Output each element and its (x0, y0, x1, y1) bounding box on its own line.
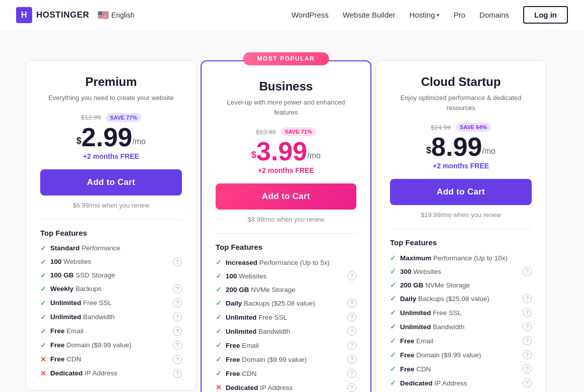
info-icon[interactable]: ? (523, 378, 532, 387)
features-divider-cloud-startup (390, 229, 532, 229)
list-item: ✓Free CDN ? (216, 369, 356, 378)
feature-list-business: ✓Increased Performance (Up to 5x) ✓100 W… (216, 258, 356, 392)
renew-price-premium: $6.99/mo when you renew (40, 202, 182, 209)
price-amount-business: 3.99 (256, 138, 307, 164)
info-icon[interactable]: ? (347, 355, 356, 364)
add-to-cart-cloud-startup[interactable]: Add to Cart (390, 179, 532, 205)
features-title-business: Top Features (216, 243, 356, 251)
list-item: ✓Unlimited Bandwidth ? (40, 313, 182, 322)
info-icon[interactable]: ? (523, 350, 532, 359)
info-icon[interactable]: ? (523, 308, 532, 317)
info-icon[interactable]: ? (347, 299, 356, 308)
features-title-cloud-startup: Top Features (390, 238, 532, 247)
list-item: ✓Free Email ? (390, 336, 532, 345)
info-icon[interactable]: ? (523, 336, 532, 345)
check-icon: ✓ (216, 313, 222, 321)
plans-container: Premium Everything you need to create yo… (16, 50, 568, 392)
nav-website-builder[interactable]: Website Builder (343, 11, 396, 19)
nav-domains[interactable]: Domains (479, 11, 509, 19)
original-price-premium: $12.99 (81, 114, 101, 121)
info-icon[interactable]: ? (173, 257, 182, 266)
nav-pro[interactable]: Pro (453, 11, 465, 19)
free-months-premium: +2 months FREE (40, 152, 182, 160)
plan-desc-premium: Everything you need to create your websi… (40, 93, 182, 103)
check-icon: ✓ (390, 337, 396, 345)
info-icon[interactable]: ? (523, 267, 532, 276)
info-icon[interactable]: ? (173, 341, 182, 350)
check-icon: ✓ (216, 285, 222, 293)
check-icon: ✓ (40, 271, 46, 279)
check-icon: ✓ (40, 341, 46, 349)
check-icon: ✓ (40, 285, 46, 293)
info-icon[interactable]: ? (523, 294, 532, 303)
list-item: ✓Unlimited Free SSL ? (40, 299, 182, 308)
check-icon: ✓ (390, 309, 396, 317)
info-icon[interactable]: ? (173, 284, 182, 293)
free-months-business: +2 months FREE (216, 166, 356, 174)
price-period-cloud-startup: /mo (482, 147, 496, 156)
navbar-left: H HOSTINGER 🇺🇸 English (16, 7, 134, 23)
list-item: ✓Free Domain ($9.99 value) ? (40, 341, 182, 350)
check-icon: ✓ (390, 267, 396, 275)
list-item: ✓Unlimited Free SSL ? (216, 313, 356, 322)
nav-hosting[interactable]: Hosting ▾ (410, 11, 440, 19)
list-item: ✓200 GB NVMe Storage (390, 281, 532, 289)
list-item: ✓Free Email ? (40, 327, 182, 336)
features-title-premium: Top Features (40, 229, 182, 237)
list-item: ✓Unlimited Free SSL ? (390, 308, 532, 317)
add-to-cart-premium[interactable]: Add to Cart (40, 169, 182, 195)
info-icon[interactable]: ? (173, 327, 182, 336)
renew-price-cloud-startup: $19.99/mo when you renew (390, 211, 532, 219)
logo[interactable]: H HOSTINGER (16, 7, 89, 23)
check-icon: ✓ (216, 272, 222, 280)
price-row-business: $13.99 SAVE 71% (216, 127, 356, 136)
check-icon: ✓ (390, 295, 396, 303)
list-item: ✓Maximum Performance (Up to 10x) (390, 254, 532, 262)
list-item: ✓200 GB NVMe Storage (216, 285, 356, 293)
info-icon[interactable]: ? (523, 322, 532, 331)
check-icon: ✓ (390, 323, 396, 331)
check-icon: ✓ (40, 258, 46, 266)
price-row-cloud-startup: $24.99 SAVE 64% (390, 123, 532, 132)
features-divider-premium (40, 219, 182, 220)
list-item: ✓Free Email ? (216, 341, 356, 350)
info-icon[interactable]: ? (173, 355, 182, 364)
language-selector[interactable]: 🇺🇸 English (98, 10, 135, 21)
plan-name-cloud-startup: Cloud Startup (390, 75, 532, 89)
add-to-cart-business[interactable]: Add to Cart (216, 183, 356, 210)
original-price-business: $13.99 (256, 128, 276, 136)
info-icon[interactable]: ? (347, 341, 356, 350)
info-icon[interactable]: ? (347, 369, 356, 378)
list-item: ✓Dedicated IP Address ? (390, 378, 532, 387)
list-item: ✕Dedicated IP Address ? (40, 369, 182, 378)
check-icon: ✓ (216, 299, 222, 307)
save-badge-business: SAVE 71% (281, 127, 316, 136)
original-price-cloud-startup: $24.99 (431, 124, 451, 131)
main-content: Premium Everything you need to create yo… (0, 30, 584, 392)
info-icon[interactable]: ? (173, 313, 182, 322)
features-divider-business (216, 233, 356, 234)
logo-text: HOSTINGER (36, 10, 89, 20)
info-icon[interactable]: ? (347, 383, 356, 392)
list-item: ✓100 Websites ? (216, 271, 356, 280)
plan-card-premium: Premium Everything you need to create yo… (26, 60, 197, 390)
plan-desc-business: Level-up with more power and enhanced fe… (216, 97, 356, 117)
info-icon[interactable]: ? (173, 299, 182, 308)
check-icon: ✓ (216, 258, 222, 266)
info-icon[interactable]: ? (523, 364, 532, 373)
navbar-right: WordPress Website Builder Hosting ▾ Pro … (291, 6, 568, 24)
list-item: ✓100 GB SSD Storage (40, 271, 182, 279)
check-icon: ✓ (216, 341, 222, 349)
list-item: ✕Free CDN ? (40, 355, 182, 364)
login-button[interactable]: Log in (523, 6, 568, 24)
info-icon[interactable]: ? (173, 369, 182, 378)
price-currency-cloud-startup: $ (426, 145, 431, 156)
list-item: ✓Free Domain ($9.99 value) ? (390, 350, 532, 359)
nav-wordpress[interactable]: WordPress (291, 11, 329, 19)
logo-icon: H (16, 7, 32, 23)
check-icon: ✓ (390, 379, 396, 387)
info-icon[interactable]: ? (347, 271, 356, 280)
plan-name-premium: Premium (40, 75, 182, 89)
info-icon[interactable]: ? (347, 313, 356, 322)
info-icon[interactable]: ? (347, 327, 356, 336)
